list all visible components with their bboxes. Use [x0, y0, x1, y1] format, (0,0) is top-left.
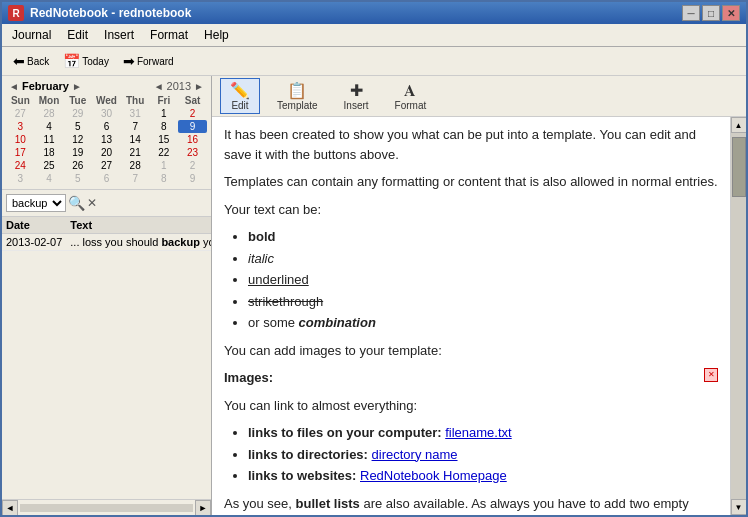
cal-day[interactable]: 1 — [150, 159, 179, 172]
directory-link[interactable]: directory name — [372, 447, 458, 462]
calendar-grid: Sun Mon Tue Wed Thu Fri Sat 27 28 29 30 — [6, 94, 207, 185]
edit-toolbar: ✏️ Edit 📋 Template ✚ Insert 𝐀 Format — [212, 76, 746, 117]
cal-day[interactable]: 17 — [6, 146, 35, 159]
minimize-button[interactable]: ─ — [682, 5, 700, 21]
list-item: links to websites: RedNotebook Homepage — [248, 466, 718, 486]
today-label: Today — [82, 56, 109, 67]
cal-day[interactable]: 21 — [121, 146, 150, 159]
error-icon: ✕ — [704, 368, 718, 382]
table-row[interactable]: 2013-02-07 ... loss you should backup yo… — [2, 234, 211, 251]
menu-edit[interactable]: Edit — [61, 26, 94, 44]
col-date[interactable]: Date — [2, 217, 66, 234]
format-button[interactable]: 𝐀 Format — [386, 79, 436, 114]
scroll-down-button[interactable]: ▼ — [731, 499, 747, 515]
cal-day[interactable]: 31 — [121, 107, 150, 120]
insert-label: Insert — [344, 100, 369, 111]
col-thu: Thu — [121, 94, 150, 107]
insert-button[interactable]: ✚ Insert — [335, 78, 378, 114]
clear-search-button[interactable]: ✕ — [87, 196, 97, 210]
vertical-scrollbar[interactable]: ▲ ▼ — [730, 117, 746, 515]
cal-day[interactable]: 19 — [63, 146, 92, 159]
edit-icon: ✏️ — [230, 81, 250, 100]
cal-day[interactable]: 6 — [92, 172, 121, 185]
cal-day[interactable]: 27 — [92, 159, 121, 172]
prev-year-button[interactable]: ◄ — [151, 81, 167, 92]
results-table: Date Text 2013-02-07 ... loss you should… — [2, 217, 211, 251]
list-item: underlined — [248, 270, 718, 290]
scroll-right-button[interactable]: ► — [195, 500, 211, 516]
images-heading: Images: — [224, 370, 273, 385]
cal-day[interactable]: 9 — [178, 172, 207, 185]
maximize-button[interactable]: □ — [702, 5, 720, 21]
forward-label: Forward — [137, 56, 174, 67]
back-button[interactable]: ⬅ Back — [8, 50, 54, 72]
file-link[interactable]: filename.txt — [445, 425, 511, 440]
col-text[interactable]: Text — [66, 217, 211, 234]
result-date: 2013-02-07 — [2, 234, 66, 251]
menu-journal[interactable]: Journal — [6, 26, 57, 44]
cal-day[interactable]: 28 — [35, 107, 64, 120]
search-type-select[interactable]: backup — [6, 194, 66, 212]
scroll-up-button[interactable]: ▲ — [731, 117, 747, 133]
cal-day[interactable]: 12 — [63, 133, 92, 146]
template-button[interactable]: 📋 Template — [268, 78, 327, 114]
cal-day[interactable]: 26 — [63, 159, 92, 172]
cal-day[interactable]: 4 — [35, 172, 64, 185]
cal-day[interactable]: 24 — [6, 159, 35, 172]
scroll-track[interactable] — [731, 133, 747, 499]
cal-day[interactable]: 27 — [6, 107, 35, 120]
cal-day[interactable]: 5 — [63, 120, 92, 133]
menu-help[interactable]: Help — [198, 26, 235, 44]
cal-day[interactable]: 7 — [121, 120, 150, 133]
content-area[interactable]: It has been created to show you what can… — [212, 117, 730, 515]
text-format-list: bold italic underlined strikethrough or … — [248, 227, 718, 333]
col-sun: Sun — [6, 94, 35, 107]
cal-day[interactable]: 30 — [92, 107, 121, 120]
next-year-button[interactable]: ► — [191, 81, 207, 92]
search-area: backup 🔍 ✕ — [2, 190, 211, 217]
close-button[interactable]: ✕ — [722, 5, 740, 21]
menu-format[interactable]: Format — [144, 26, 194, 44]
cal-day[interactable]: 16 — [178, 133, 207, 146]
cal-day[interactable]: 5 — [63, 172, 92, 185]
cal-day[interactable]: 2 — [178, 159, 207, 172]
cal-day[interactable]: 3 — [6, 120, 35, 133]
para2: Templates can contain any formatting or … — [224, 172, 718, 192]
cal-day[interactable]: 14 — [121, 133, 150, 146]
scroll-track[interactable] — [20, 504, 193, 512]
cal-day[interactable]: 22 — [150, 146, 179, 159]
menu-bar: Journal Edit Insert Format Help — [2, 24, 746, 47]
right-panel: ✏️ Edit 📋 Template ✚ Insert 𝐀 Format — [212, 76, 746, 515]
cal-day[interactable]: 8 — [150, 172, 179, 185]
today-button[interactable]: 📅 Today — [58, 50, 114, 72]
cal-day[interactable]: 23 — [178, 146, 207, 159]
website-link[interactable]: RedNotebook Homepage — [360, 468, 507, 483]
forward-button[interactable]: ➡ Forward — [118, 50, 179, 72]
back-label: Back — [27, 56, 49, 67]
menu-insert[interactable]: Insert — [98, 26, 140, 44]
left-panel: ◄ February ► ◄ 2013 ► Sun Mon Tue Wed Th… — [2, 76, 212, 515]
cal-day[interactable]: 11 — [35, 133, 64, 146]
cal-day[interactable]: 18 — [35, 146, 64, 159]
cal-day[interactable]: 29 — [63, 107, 92, 120]
cal-day[interactable]: 13 — [92, 133, 121, 146]
prev-month-button[interactable]: ◄ — [6, 81, 22, 92]
list-item: links to directories: directory name — [248, 445, 718, 465]
cal-day[interactable]: 15 — [150, 133, 179, 146]
cal-day[interactable]: 2 — [178, 107, 207, 120]
scroll-left-button[interactable]: ◄ — [2, 500, 18, 516]
scroll-thumb[interactable] — [732, 137, 746, 197]
cal-day[interactable]: 10 — [6, 133, 35, 146]
cal-day[interactable]: 8 — [150, 120, 179, 133]
cal-day[interactable]: 1 — [150, 107, 179, 120]
next-month-button[interactable]: ► — [69, 81, 85, 92]
cal-day[interactable]: 25 — [35, 159, 64, 172]
cal-day[interactable]: 6 — [92, 120, 121, 133]
cal-day[interactable]: 28 — [121, 159, 150, 172]
cal-selected-day[interactable]: 9 — [178, 120, 207, 133]
cal-day[interactable]: 4 — [35, 120, 64, 133]
cal-day[interactable]: 20 — [92, 146, 121, 159]
edit-button[interactable]: ✏️ Edit — [220, 78, 260, 114]
cal-day[interactable]: 3 — [6, 172, 35, 185]
cal-day[interactable]: 7 — [121, 172, 150, 185]
